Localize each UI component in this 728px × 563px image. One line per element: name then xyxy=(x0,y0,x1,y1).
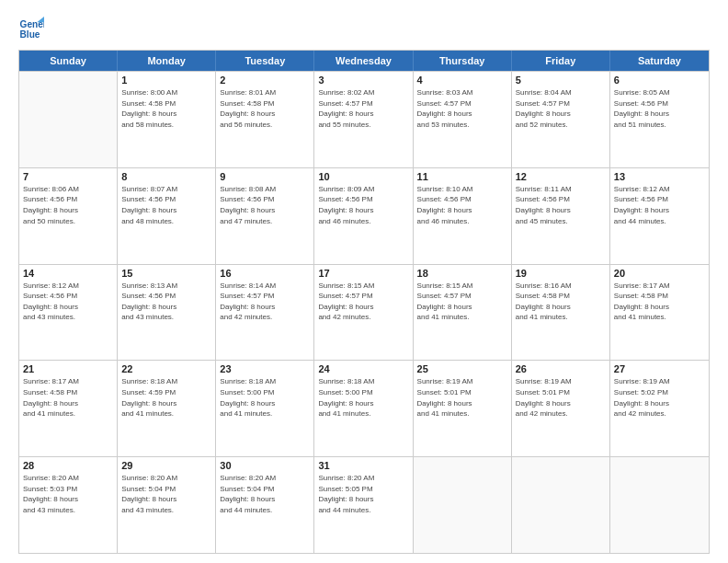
week-row-4: 21Sunrise: 8:17 AM Sunset: 4:58 PM Dayli… xyxy=(19,360,709,456)
day-info: Sunrise: 8:11 AM Sunset: 4:56 PM Dayligh… xyxy=(516,184,606,226)
calendar-cell xyxy=(512,457,610,553)
day-info: Sunrise: 8:18 AM Sunset: 5:00 PM Dayligh… xyxy=(318,376,408,419)
calendar-cell: 16Sunrise: 8:14 AM Sunset: 4:57 PM Dayli… xyxy=(216,265,314,361)
day-info: Sunrise: 8:18 AM Sunset: 5:00 PM Dayligh… xyxy=(220,376,310,419)
day-number: 31 xyxy=(318,460,408,471)
day-number: 30 xyxy=(220,460,310,471)
calendar-cell xyxy=(610,457,709,553)
calendar-header: SundayMondayTuesdayWednesdayThursdayFrid… xyxy=(19,51,709,71)
calendar-cell xyxy=(19,72,118,167)
day-info: Sunrise: 8:17 AM Sunset: 4:58 PM Dayligh… xyxy=(614,281,705,323)
day-info: Sunrise: 8:19 AM Sunset: 5:01 PM Dayligh… xyxy=(417,376,507,419)
calendar-cell: 6Sunrise: 8:05 AM Sunset: 4:56 PM Daylig… xyxy=(610,72,709,167)
calendar-cell: 11Sunrise: 8:10 AM Sunset: 4:56 PM Dayli… xyxy=(414,168,512,264)
day-info: Sunrise: 8:05 AM Sunset: 4:56 PM Dayligh… xyxy=(614,87,705,130)
calendar-cell: 12Sunrise: 8:11 AM Sunset: 4:56 PM Dayli… xyxy=(512,168,610,264)
day-info: Sunrise: 8:12 AM Sunset: 4:56 PM Dayligh… xyxy=(614,184,705,226)
calendar-body: 1Sunrise: 8:00 AM Sunset: 4:58 PM Daylig… xyxy=(19,71,709,553)
day-info: Sunrise: 8:16 AM Sunset: 4:58 PM Dayligh… xyxy=(516,281,606,323)
day-info: Sunrise: 8:20 AM Sunset: 5:03 PM Dayligh… xyxy=(23,473,113,515)
day-info: Sunrise: 8:14 AM Sunset: 4:57 PM Dayligh… xyxy=(220,281,310,323)
day-number: 16 xyxy=(220,268,310,279)
calendar-cell: 9Sunrise: 8:08 AM Sunset: 4:56 PM Daylig… xyxy=(216,168,314,264)
day-number: 25 xyxy=(417,363,507,374)
calendar: SundayMondayTuesdayWednesdayThursdayFrid… xyxy=(18,50,710,554)
day-number: 2 xyxy=(220,75,310,86)
day-number: 12 xyxy=(516,171,606,182)
day-number: 6 xyxy=(614,75,705,86)
day-info: Sunrise: 8:07 AM Sunset: 4:56 PM Dayligh… xyxy=(121,184,211,226)
header-day-friday: Friday xyxy=(512,51,610,71)
day-info: Sunrise: 8:04 AM Sunset: 4:57 PM Dayligh… xyxy=(516,87,606,130)
calendar-cell: 29Sunrise: 8:20 AM Sunset: 5:04 PM Dayli… xyxy=(118,457,216,553)
header-day-thursday: Thursday xyxy=(414,51,512,71)
day-number: 13 xyxy=(614,171,705,182)
calendar-cell xyxy=(414,457,512,553)
day-number: 17 xyxy=(318,268,408,279)
day-info: Sunrise: 8:10 AM Sunset: 4:56 PM Dayligh… xyxy=(417,184,507,226)
calendar-cell: 26Sunrise: 8:19 AM Sunset: 5:01 PM Dayli… xyxy=(512,361,610,456)
day-number: 28 xyxy=(23,460,113,471)
logo: General Blue xyxy=(18,17,44,42)
day-info: Sunrise: 8:15 AM Sunset: 4:57 PM Dayligh… xyxy=(417,281,507,323)
day-info: Sunrise: 8:02 AM Sunset: 4:57 PM Dayligh… xyxy=(318,87,408,130)
day-number: 9 xyxy=(220,171,310,182)
day-info: Sunrise: 8:01 AM Sunset: 4:58 PM Dayligh… xyxy=(220,87,310,130)
header-day-monday: Monday xyxy=(118,51,216,71)
day-number: 24 xyxy=(318,363,408,374)
week-row-2: 7Sunrise: 8:06 AM Sunset: 4:56 PM Daylig… xyxy=(19,167,709,264)
calendar-cell: 30Sunrise: 8:20 AM Sunset: 5:04 PM Dayli… xyxy=(216,457,314,553)
day-number: 23 xyxy=(220,363,310,374)
day-info: Sunrise: 8:08 AM Sunset: 4:56 PM Dayligh… xyxy=(220,184,310,226)
logo-icon: General Blue xyxy=(18,17,44,42)
calendar-cell: 14Sunrise: 8:12 AM Sunset: 4:56 PM Dayli… xyxy=(19,265,118,361)
calendar-cell: 17Sunrise: 8:15 AM Sunset: 4:57 PM Dayli… xyxy=(314,265,413,361)
calendar-cell: 21Sunrise: 8:17 AM Sunset: 4:58 PM Dayli… xyxy=(19,361,118,456)
day-number: 29 xyxy=(121,460,211,471)
week-row-1: 1Sunrise: 8:00 AM Sunset: 4:58 PM Daylig… xyxy=(19,71,709,167)
calendar-cell: 5Sunrise: 8:04 AM Sunset: 4:57 PM Daylig… xyxy=(512,72,610,167)
day-info: Sunrise: 8:12 AM Sunset: 4:56 PM Dayligh… xyxy=(23,281,113,323)
week-row-3: 14Sunrise: 8:12 AM Sunset: 4:56 PM Dayli… xyxy=(19,264,709,361)
day-info: Sunrise: 8:20 AM Sunset: 5:05 PM Dayligh… xyxy=(318,473,408,515)
calendar-cell: 31Sunrise: 8:20 AM Sunset: 5:05 PM Dayli… xyxy=(314,457,413,553)
calendar-cell: 10Sunrise: 8:09 AM Sunset: 4:56 PM Dayli… xyxy=(314,168,413,264)
header-day-saturday: Saturday xyxy=(610,51,709,71)
day-number: 18 xyxy=(417,268,507,279)
calendar-cell: 23Sunrise: 8:18 AM Sunset: 5:00 PM Dayli… xyxy=(216,361,314,456)
day-info: Sunrise: 8:19 AM Sunset: 5:01 PM Dayligh… xyxy=(516,376,606,419)
header: General Blue xyxy=(18,17,710,42)
day-info: Sunrise: 8:17 AM Sunset: 4:58 PM Dayligh… xyxy=(23,376,113,419)
calendar-cell: 19Sunrise: 8:16 AM Sunset: 4:58 PM Dayli… xyxy=(512,265,610,361)
calendar-cell: 24Sunrise: 8:18 AM Sunset: 5:00 PM Dayli… xyxy=(314,361,413,456)
day-number: 11 xyxy=(417,171,507,182)
calendar-cell: 13Sunrise: 8:12 AM Sunset: 4:56 PM Dayli… xyxy=(610,168,709,264)
day-number: 19 xyxy=(516,268,606,279)
day-number: 14 xyxy=(23,268,113,279)
day-info: Sunrise: 8:06 AM Sunset: 4:56 PM Dayligh… xyxy=(23,184,113,226)
calendar-cell: 8Sunrise: 8:07 AM Sunset: 4:56 PM Daylig… xyxy=(118,168,216,264)
day-number: 21 xyxy=(23,363,113,374)
day-info: Sunrise: 8:09 AM Sunset: 4:56 PM Dayligh… xyxy=(318,184,408,226)
header-day-tuesday: Tuesday xyxy=(216,51,314,71)
calendar-cell: 1Sunrise: 8:00 AM Sunset: 4:58 PM Daylig… xyxy=(118,72,216,167)
day-number: 1 xyxy=(121,75,211,86)
day-info: Sunrise: 8:15 AM Sunset: 4:57 PM Dayligh… xyxy=(318,281,408,323)
header-day-wednesday: Wednesday xyxy=(314,51,413,71)
day-number: 4 xyxy=(417,75,507,86)
header-day-sunday: Sunday xyxy=(19,51,118,71)
day-number: 20 xyxy=(614,268,705,279)
calendar-cell: 18Sunrise: 8:15 AM Sunset: 4:57 PM Dayli… xyxy=(414,265,512,361)
day-number: 10 xyxy=(318,171,408,182)
calendar-cell: 4Sunrise: 8:03 AM Sunset: 4:57 PM Daylig… xyxy=(414,72,512,167)
calendar-cell: 27Sunrise: 8:19 AM Sunset: 5:02 PM Dayli… xyxy=(610,361,709,456)
calendar-cell: 15Sunrise: 8:13 AM Sunset: 4:56 PM Dayli… xyxy=(118,265,216,361)
calendar-cell: 28Sunrise: 8:20 AM Sunset: 5:03 PM Dayli… xyxy=(19,457,118,553)
day-info: Sunrise: 8:20 AM Sunset: 5:04 PM Dayligh… xyxy=(121,473,211,515)
calendar-cell: 3Sunrise: 8:02 AM Sunset: 4:57 PM Daylig… xyxy=(314,72,413,167)
calendar-cell: 2Sunrise: 8:01 AM Sunset: 4:58 PM Daylig… xyxy=(216,72,314,167)
day-number: 7 xyxy=(23,171,113,182)
day-info: Sunrise: 8:00 AM Sunset: 4:58 PM Dayligh… xyxy=(121,87,211,130)
day-info: Sunrise: 8:20 AM Sunset: 5:04 PM Dayligh… xyxy=(220,473,310,515)
calendar-cell: 20Sunrise: 8:17 AM Sunset: 4:58 PM Dayli… xyxy=(610,265,709,361)
